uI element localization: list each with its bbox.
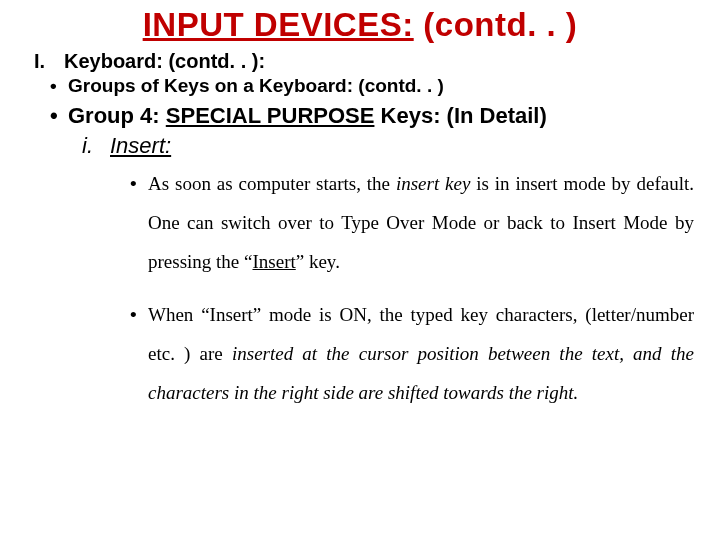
p1-b: insert key <box>396 173 470 194</box>
item-line: i.Insert: <box>82 133 700 159</box>
slide: INPUT DEVICES: (contd. . ) I.Keyboard: (… <box>0 0 720 540</box>
p1-d: Insert <box>252 251 295 272</box>
item-label: Insert: <box>110 133 171 158</box>
slide-title: INPUT DEVICES: (contd. . ) <box>20 6 700 44</box>
detail-para-2: • When “Insert” mode is ON, the typed ke… <box>130 296 694 413</box>
bullet-icon: • <box>130 165 137 204</box>
detail-para-1: • As soon as computer starts, the insert… <box>130 165 694 282</box>
roman-numeral: I. <box>34 50 64 73</box>
roman-text: Keyboard: (contd. . ): <box>64 50 265 72</box>
item-num: i. <box>82 133 110 159</box>
roman-line: I.Keyboard: (contd. . ): <box>34 50 700 73</box>
p1-e: ” key. <box>296 251 340 272</box>
bullet-icon: • <box>50 103 68 129</box>
group4-seg2: Keys: (In Detail) <box>374 103 546 128</box>
p1-a: As soon as computer starts, the <box>148 173 396 194</box>
group4-underlined: SPECIAL PURPOSE <box>166 103 375 128</box>
bullet-icon: • <box>50 75 68 97</box>
title-main: INPUT DEVICES: <box>143 6 414 43</box>
bullet-icon: • <box>130 296 137 335</box>
detail-bullets: • As soon as computer starts, the insert… <box>130 165 700 413</box>
sub1-text: Groups of Keys on a Keyboard: (contd. . … <box>68 75 444 96</box>
title-suffix: (contd. . ) <box>414 6 578 43</box>
group4-seg1: Group 4: <box>68 103 166 128</box>
sub-bullet-2: •Group 4: SPECIAL PURPOSE Keys: (In Deta… <box>50 103 700 129</box>
sub-bullet-1: •Groups of Keys on a Keyboard: (contd. .… <box>50 75 700 97</box>
